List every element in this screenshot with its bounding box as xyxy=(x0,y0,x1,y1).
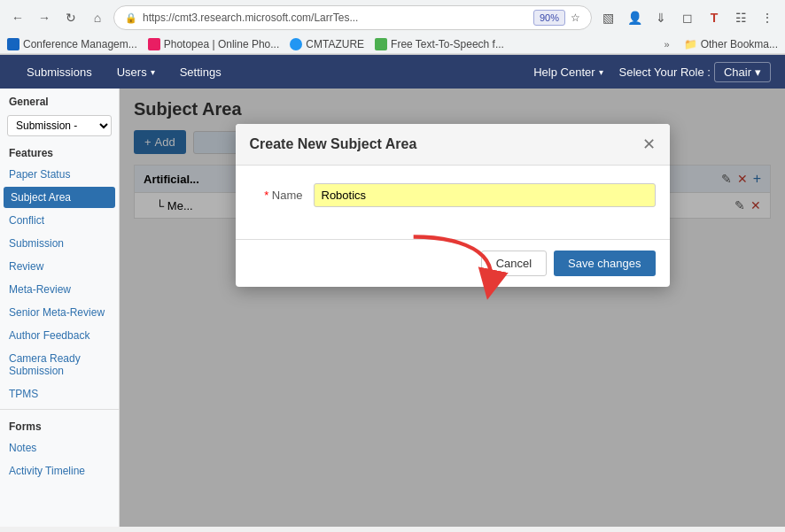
select-role-label: Select Your Role : xyxy=(619,66,711,79)
sidebar-item-review[interactable]: Review xyxy=(0,255,119,278)
modal-footer: Cancel Save changes xyxy=(236,239,670,287)
notes-label: Notes xyxy=(9,442,36,454)
sidebar-item-paper-status[interactable]: Paper Status xyxy=(0,163,119,186)
users-chevron: ▾ xyxy=(151,67,155,77)
url-text: https://cmt3.research.microsoft.com/Larr… xyxy=(143,12,528,24)
lock-icon: 🔒 xyxy=(125,12,137,24)
grid-button[interactable]: ☷ xyxy=(730,7,751,28)
download-button[interactable]: ⇓ xyxy=(650,7,672,28)
bookmark-label: Conference Managem... xyxy=(23,38,137,50)
bookmarks-button[interactable]: ◻ xyxy=(677,7,698,28)
app: Submissions Users ▾ Settings Help Center… xyxy=(0,55,785,527)
sidebar-item-author-feedback[interactable]: Author Feedback xyxy=(0,324,119,347)
modal-body: * Name xyxy=(236,166,670,239)
review-label: Review xyxy=(9,260,43,273)
more-bookmarks-button[interactable]: » xyxy=(665,39,670,50)
modal-dialog: Create New Subject Area ✕ * Name xyxy=(236,124,670,287)
general-section-title: General xyxy=(0,89,119,112)
bookmark-label: CMTAZURE xyxy=(306,38,364,50)
modal-overlay: Create New Subject Area ✕ * Name xyxy=(120,89,785,527)
name-label: * Name xyxy=(250,189,303,202)
refresh-button[interactable]: ↻ xyxy=(60,7,82,28)
sidebar-item-subject-area[interactable]: Subject Area xyxy=(4,187,115,208)
help-chevron: ▾ xyxy=(599,67,603,77)
role-selector: Select Your Role : Chair ▾ xyxy=(619,62,771,82)
sidebar-item-senior-meta-review[interactable]: Senior Meta-Review xyxy=(0,301,119,324)
name-form-row: * Name xyxy=(250,183,656,207)
nav-submissions[interactable]: Submissions xyxy=(14,55,105,89)
browser-toolbar: ← → ↻ ⌂ 🔒 https://cmt3.research.microsof… xyxy=(0,0,785,35)
modal-title: Create New Subject Area xyxy=(250,136,417,152)
address-bar[interactable]: 🔒 https://cmt3.research.microsoft.com/La… xyxy=(113,5,592,30)
name-input[interactable] xyxy=(314,183,656,207)
sidebar-item-submission[interactable]: Submission xyxy=(0,232,119,255)
browser-chrome: ← → ↻ ⌂ 🔒 https://cmt3.research.microsof… xyxy=(0,0,785,55)
submission-select[interactable]: Submission - xyxy=(7,115,112,136)
bookmark-conference[interactable]: Conference Managem... xyxy=(7,38,137,50)
conflict-label: Conflict xyxy=(9,214,44,227)
save-changes-button[interactable]: Save changes xyxy=(554,251,655,276)
bookmark-other[interactable]: 📁 Other Bookma... xyxy=(684,38,778,50)
bookmark-label: Photopea | Online Pho... xyxy=(164,38,280,50)
right-nav-items: Help Center ▾ Select Your Role : Chair ▾ xyxy=(525,55,771,89)
meta-review-label: Meta-Review xyxy=(9,283,71,296)
sidebar-divider xyxy=(0,409,119,410)
sidebar: General Submission - Features Paper Stat… xyxy=(0,89,120,527)
tpms-label: TPMS xyxy=(9,388,38,400)
nav-help-center[interactable]: Help Center ▾ xyxy=(525,55,611,89)
top-nav: Submissions Users ▾ Settings Help Center… xyxy=(0,55,785,89)
bookmark-photopea[interactable]: Photopea | Online Pho... xyxy=(148,38,280,50)
sidebar-item-camera-ready[interactable]: Camera Ready Submission xyxy=(0,347,119,382)
bookmark-favicon xyxy=(375,38,387,50)
role-label: Chair xyxy=(724,66,751,79)
other-bookmarks-label: Other Bookma... xyxy=(701,38,778,50)
back-button[interactable]: ← xyxy=(7,7,28,28)
cancel-button[interactable]: Cancel xyxy=(481,251,547,276)
role-button[interactable]: Chair ▾ xyxy=(714,62,771,82)
modal-header: Create New Subject Area ✕ xyxy=(236,124,670,166)
folder-icon: 📁 xyxy=(684,38,697,50)
activity-timeline-label: Activity Timeline xyxy=(9,465,85,477)
submissions-label: Submissions xyxy=(27,66,92,79)
sidebar-item-notes[interactable]: Notes xyxy=(0,436,119,459)
content-area: General Submission - Features Paper Stat… xyxy=(0,89,785,527)
bookmarks-bar: Conference Managem... Photopea | Online … xyxy=(0,35,785,54)
submission-dropdown[interactable]: Submission - xyxy=(7,115,112,136)
nav-items: Submissions Users ▾ Settings xyxy=(14,55,525,89)
bookmark-cmtazure[interactable]: CMTAZURE xyxy=(290,38,364,50)
star-icon[interactable]: ☆ xyxy=(571,12,580,24)
required-star: * xyxy=(264,189,272,202)
camera-ready-label: Camera Ready Submission xyxy=(9,352,81,377)
senior-meta-review-label: Senior Meta-Review xyxy=(9,306,105,319)
zoom-badge: 90% xyxy=(533,10,565,26)
features-section-title: Features xyxy=(0,140,119,163)
author-feedback-label: Author Feedback xyxy=(9,329,89,342)
sidebar-item-activity-timeline[interactable]: Activity Timeline xyxy=(0,459,119,482)
sidebar-item-meta-review[interactable]: Meta-Review xyxy=(0,278,119,301)
font-button[interactable]: T xyxy=(703,7,725,28)
forward-button[interactable]: → xyxy=(34,7,55,28)
nav-users[interactable]: Users ▾ xyxy=(105,55,167,89)
main-content: Subject Area + Add Artificial... ✎ ✕ + xyxy=(120,89,785,527)
menu-button[interactable]: ⋮ xyxy=(757,7,778,28)
bookmark-label: Free Text-To-Speech f... xyxy=(391,38,504,50)
help-center-label: Help Center xyxy=(533,66,595,79)
nav-settings[interactable]: Settings xyxy=(167,55,234,89)
role-chevron: ▾ xyxy=(755,66,761,79)
settings-label: Settings xyxy=(180,66,222,79)
sidebar-item-tpms[interactable]: TPMS xyxy=(0,382,119,405)
profile-button[interactable]: 👤 xyxy=(624,7,645,28)
forms-section-title: Forms xyxy=(0,413,119,436)
modal-close-button[interactable]: ✕ xyxy=(642,135,656,154)
bookmark-favicon xyxy=(7,38,19,50)
extensions-button[interactable]: ▧ xyxy=(597,7,618,28)
bookmark-favicon xyxy=(148,38,160,50)
submission-label: Submission xyxy=(9,237,64,250)
sidebar-item-conflict[interactable]: Conflict xyxy=(0,209,119,232)
users-label: Users xyxy=(117,66,147,79)
subject-area-label: Subject Area xyxy=(11,191,71,204)
bookmark-favicon xyxy=(290,38,302,50)
home-button[interactable]: ⌂ xyxy=(87,7,108,28)
bookmark-tts[interactable]: Free Text-To-Speech f... xyxy=(375,38,504,50)
paper-status-label: Paper Status xyxy=(9,168,70,181)
